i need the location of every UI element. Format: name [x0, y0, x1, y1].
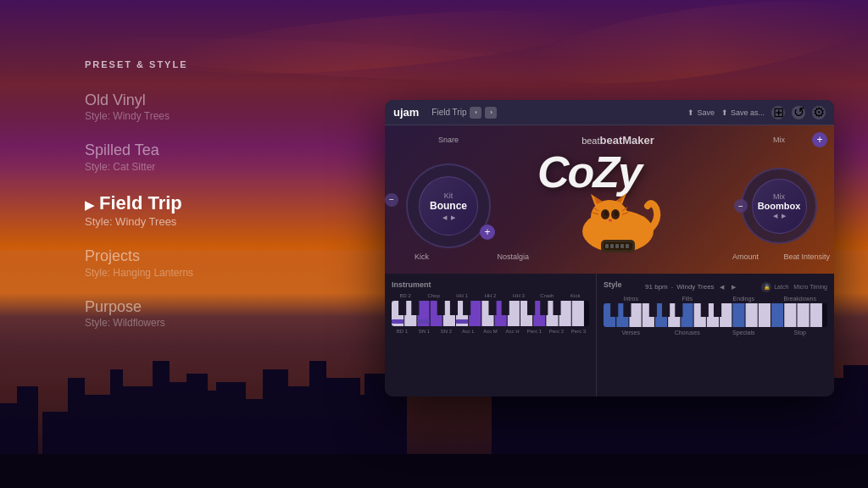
save-as-icon: ⬆ — [721, 108, 728, 117]
svg-rect-104 — [797, 303, 809, 327]
preset-item-old-vinyl[interactable]: Old Vinyl Style: Windy Trees — [85, 91, 193, 122]
svg-rect-82 — [502, 301, 509, 315]
inst-keyboard — [392, 301, 589, 326]
instrument-title: Instrument — [392, 280, 589, 289]
preset-name-projects: Projects — [85, 247, 193, 266]
svg-rect-75 — [572, 301, 584, 326]
pad-hh1: HH 1 — [448, 293, 476, 298]
preset-style-field-trip: Style: Windy Trees — [85, 215, 193, 228]
mix-nav: ◀ ▶ — [773, 213, 786, 219]
svg-rect-67 — [469, 301, 481, 326]
kit-value: Bounce — [430, 200, 467, 212]
preset-name-purpose: Purpose — [85, 297, 193, 317]
active-arrow: ▶ — [85, 197, 94, 213]
save-as-btn[interactable]: ⬆ Save as... — [721, 108, 765, 117]
style-section-row2: Verses Choruses Specials Stop — [604, 330, 827, 336]
amount-label: Amount — [732, 252, 759, 261]
kit-sub-btn[interactable]: − — [385, 193, 398, 207]
preset-item-projects[interactable]: Projects Style: Hanging Lanterns — [85, 247, 193, 278]
pad-accm: Acc M — [480, 329, 501, 334]
kit-dial-outer[interactable]: Kit Bounce ◀ ▶ — [406, 164, 491, 248]
preset-item-purpose[interactable]: Purpose Style: Wildflowers — [85, 297, 193, 329]
grid-icon-btn[interactable]: ⊞ — [771, 106, 785, 119]
latch-icon[interactable]: 🔒 — [761, 282, 771, 292]
style-next[interactable]: ▶ — [730, 283, 738, 291]
style-separator: - — [671, 284, 673, 290]
pad-perc3: Perc 3 — [568, 329, 589, 334]
save-icon: ⬆ — [687, 108, 694, 117]
mix-section: Mix + Mix Boombox ◀ ▶ − Amount — [724, 125, 834, 274]
mix-dial-inner: Mix Boombox ◀ ▶ — [752, 179, 807, 234]
kit-add-btn[interactable]: + — [480, 225, 495, 240]
breadcrumb-prev-btn[interactable]: ‹ — [470, 107, 481, 119]
svg-rect-109 — [662, 303, 670, 317]
mix-dial[interactable]: Mix Boombox ◀ ▶ — [741, 168, 817, 244]
pad-perc2: Perc 2 — [546, 329, 567, 334]
svg-rect-106 — [610, 303, 618, 317]
svg-point-47 — [604, 211, 608, 216]
mix-sub-btn[interactable]: − — [734, 199, 748, 213]
cat-illustration — [563, 170, 673, 255]
svg-rect-76 — [398, 301, 406, 315]
svg-rect-56 — [605, 244, 609, 248]
mix-prev[interactable]: ◀ — [773, 213, 777, 219]
svg-rect-59 — [620, 244, 624, 248]
breadcrumb-text: Field Trip — [431, 108, 466, 117]
undo-icon-btn[interactable]: ↺ — [792, 106, 805, 119]
pad-accl: Acc L — [458, 329, 479, 334]
svg-rect-102 — [771, 303, 783, 327]
kit-next[interactable]: ▶ — [451, 214, 455, 221]
style-prev[interactable]: ◀ — [718, 283, 726, 291]
svg-rect-98 — [720, 303, 732, 327]
latch-area: 🔒 Latch Micro Timing — [761, 282, 827, 292]
mix-next[interactable]: ▶ — [782, 213, 786, 219]
kit-dial-container: Kit Bounce ◀ ▶ + — [406, 164, 491, 248]
svg-rect-83 — [527, 301, 535, 315]
style-breakdowns: Breakdowns — [773, 296, 828, 302]
pad-crash: Crash — [533, 293, 560, 298]
kit-nav: ◀ ▶ — [442, 214, 455, 221]
style-keyboard — [604, 303, 827, 327]
svg-rect-108 — [649, 303, 657, 317]
preset-style-spilled-tea: Style: Cat Sitter — [85, 161, 193, 173]
svg-point-48 — [615, 211, 618, 216]
preset-panel: PRESET & STYLE Old Vinyl Style: Windy Tr… — [85, 59, 193, 347]
mix-dial-container[interactable]: Mix Boombox ◀ ▶ − — [741, 168, 817, 244]
inst-pad-labels-2: BD 1 SN 1 SN 2 Acc L Acc M Acc H Perc 1 … — [392, 329, 589, 334]
pad-acch: Acc H — [502, 329, 523, 334]
mix-inner-value: Boombox — [758, 201, 801, 211]
preset-style-projects: Style: Hanging Lanterns — [85, 267, 193, 279]
style-stop: Stop — [773, 330, 828, 336]
settings-icon-btn[interactable]: ⚙ — [812, 106, 826, 119]
svg-rect-78 — [437, 301, 445, 315]
preset-item-spilled-tea[interactable]: Spilled Tea Style: Cat Sitter — [85, 141, 193, 172]
preset-name-old-vinyl: Old Vinyl — [85, 91, 193, 110]
save-btn[interactable]: ⬆ Save — [687, 108, 715, 117]
beatmaker-bold: beatMaker — [600, 134, 654, 147]
header-actions: ⬆ Save ⬆ Save as... ⊞ ↺ ⚙ — [687, 106, 826, 119]
preset-style-old-vinyl: Style: Windy Trees — [85, 110, 193, 122]
breadcrumb-next-btn[interactable]: › — [485, 107, 497, 119]
plugin-header: ujam Field Trip ‹ › ⬆ Save ⬆ Save as... … — [385, 100, 834, 125]
kit-label: Kit — [444, 191, 453, 200]
kick-label: Kick — [415, 252, 429, 261]
style-intros: Intros — [604, 296, 659, 302]
pad-sn1: SN 1 — [414, 329, 435, 334]
svg-rect-103 — [784, 303, 796, 327]
mix-add-btn[interactable]: + — [812, 132, 827, 147]
style-bpm-area: 91 bpm - Windy Trees ◀ ▶ — [645, 283, 738, 291]
pad-hh2: HH 2 — [476, 293, 504, 298]
svg-rect-101 — [759, 303, 771, 327]
pad-sn2: SN 2 — [436, 329, 457, 334]
svg-rect-112 — [714, 303, 721, 317]
svg-rect-60 — [626, 244, 629, 248]
pad-kick: Kick — [562, 293, 589, 298]
preset-item-field-trip[interactable]: ▶Field Trip Style: Windy Trees — [85, 191, 193, 229]
bpm-value: 91 bpm — [645, 283, 668, 291]
cat-section: beatbeatMaker CoZy — [512, 125, 724, 274]
kit-prev[interactable]: ◀ — [442, 214, 447, 221]
latch-label: Latch — [774, 284, 788, 290]
mix-label: Mix — [773, 136, 785, 144]
preset-style-purpose: Style: Wildflowers — [85, 317, 193, 329]
style-verses: Verses — [604, 330, 659, 336]
